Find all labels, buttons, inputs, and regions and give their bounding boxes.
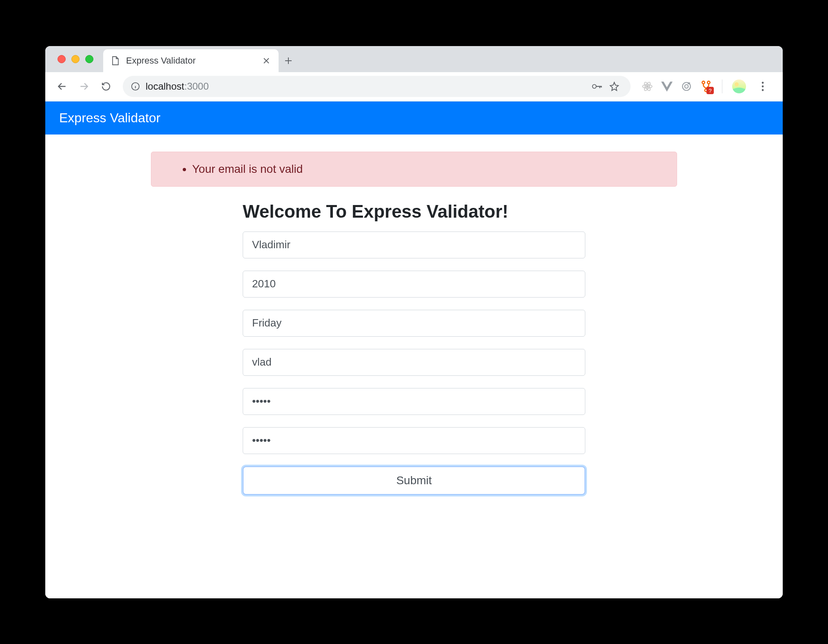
day-input[interactable]: [243, 310, 585, 337]
svg-rect-3: [599, 86, 600, 88]
svg-point-1: [593, 84, 596, 88]
git-badge: ?: [706, 87, 714, 94]
react-devtools-icon[interactable]: [641, 80, 653, 93]
svg-point-16: [762, 82, 764, 84]
extensions-area: ?: [638, 77, 775, 96]
site-info-icon[interactable]: [131, 82, 140, 91]
profile-avatar[interactable]: [732, 79, 746, 93]
confirm-password-input[interactable]: [243, 427, 585, 454]
camera-extension-icon[interactable]: [680, 80, 693, 93]
app-navbar: Express Validator: [45, 101, 783, 135]
name-input[interactable]: [243, 232, 585, 258]
year-input[interactable]: [243, 271, 585, 298]
svg-point-10: [685, 85, 689, 88]
svg-rect-4: [601, 86, 602, 88]
key-icon[interactable]: [589, 77, 605, 96]
svg-point-13: [707, 81, 710, 84]
svg-point-5: [646, 86, 649, 88]
svg-rect-11: [688, 83, 689, 84]
svg-point-12: [702, 81, 704, 84]
svg-rect-2: [596, 86, 602, 87]
svg-point-15: [735, 82, 739, 86]
browser-window: Express Validator localhost:3000: [45, 46, 783, 598]
bookmark-star-icon[interactable]: [606, 77, 622, 96]
address-bar[interactable]: localhost:3000: [123, 76, 631, 97]
file-icon: [111, 56, 120, 66]
validation-alert: Your email is not valid: [151, 152, 677, 187]
submit-button[interactable]: Submit: [243, 466, 585, 495]
reload-button[interactable]: [97, 77, 115, 96]
form-wrapper: Welcome To Express Validator! Submit: [243, 201, 585, 495]
back-button[interactable]: [53, 77, 71, 96]
close-window-button[interactable]: [58, 55, 66, 63]
password-input[interactable]: [243, 388, 585, 415]
page-container: Your email is not valid Welcome To Expre…: [151, 152, 677, 495]
page-viewport: Express Validator Your email is not vali…: [45, 101, 783, 598]
url-host: localhost:3000: [146, 81, 209, 92]
email-input[interactable]: [243, 349, 585, 376]
maximize-window-button[interactable]: [85, 55, 93, 63]
tab-strip: Express Validator: [45, 46, 783, 72]
svg-point-18: [762, 89, 764, 91]
browser-tab[interactable]: Express Validator: [103, 49, 279, 72]
svg-point-17: [762, 86, 764, 88]
minimize-window-button[interactable]: [71, 55, 80, 63]
git-extension-icon[interactable]: ?: [700, 80, 712, 93]
alert-message: Your email is not valid: [192, 163, 660, 176]
forward-button[interactable]: [75, 77, 93, 96]
tab-title: Express Validator: [126, 55, 256, 66]
vue-devtools-icon[interactable]: [661, 80, 673, 93]
browser-menu-button[interactable]: [753, 77, 772, 96]
window-controls: [51, 46, 103, 72]
browser-toolbar: localhost:3000 ?: [45, 72, 783, 101]
close-tab-button[interactable]: [261, 56, 271, 66]
new-tab-button[interactable]: [279, 49, 298, 72]
navbar-brand: Express Validator: [59, 110, 160, 125]
toolbar-divider: [722, 79, 722, 93]
form-title: Welcome To Express Validator!: [243, 201, 585, 222]
